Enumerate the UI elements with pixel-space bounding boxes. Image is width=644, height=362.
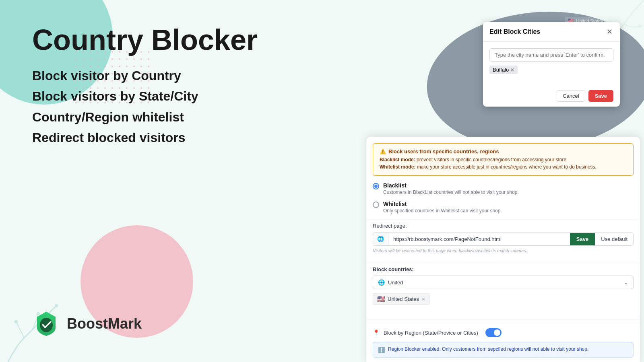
dialog-footer: Cancel Save xyxy=(483,85,620,107)
dialog-close-button[interactable]: ✕ xyxy=(605,28,613,36)
region-toggle-label: Block by Region (State/Provice or Cities… xyxy=(384,330,478,336)
globe-icon: 🌐 xyxy=(373,232,388,245)
boostmark-logo-icon xyxy=(32,310,60,338)
block-countries-section: Block countries: 🌐 United ⌄ 🇺🇸 United St… xyxy=(366,266,640,316)
pin-icon: 📍 xyxy=(373,329,380,336)
main-ui-panel: ⚠️ Block users from specific countries, … xyxy=(366,137,640,362)
blacklist-radio[interactable] xyxy=(373,183,379,189)
warning-whitelist-row: Whitelist mode: make your store accessib… xyxy=(380,163,627,171)
svg-point-2 xyxy=(55,304,58,307)
buffalo-tag: Buffalo ✕ xyxy=(489,66,518,74)
svg-point-5 xyxy=(40,318,53,332)
right-panel: 🇺🇸 United States × Block by Region (Stat… xyxy=(362,0,644,362)
warning-title: ⚠️ Block users from specific countries, … xyxy=(380,148,627,154)
info-banner: ℹ️ Region Blocker enabled. Only customer… xyxy=(373,342,634,358)
city-tags-row: Buffalo ✕ xyxy=(489,66,613,74)
dialog-title: Edit Block Cities xyxy=(489,28,540,35)
info-banner-text: Region Blocker enabled. Only customers f… xyxy=(388,346,588,352)
logo-area: BoostMark xyxy=(32,310,142,338)
redirect-save-button[interactable]: Save xyxy=(570,233,595,245)
feature-item-2: Block visitors by State/City xyxy=(32,86,294,107)
redirect-url-input[interactable] xyxy=(388,233,570,245)
block-countries-label: Block countries: xyxy=(373,266,634,272)
dialog-body: Buffalo ✕ xyxy=(483,42,620,85)
blacklist-option[interactable]: Blacklist Customers in BlackList countri… xyxy=(373,182,634,195)
us-flag-icon: 🇺🇸 xyxy=(377,295,385,303)
us-country-name: United States xyxy=(388,296,419,302)
warning-icon: ⚠️ xyxy=(380,148,386,154)
feature-item-4: Redirect blocked visitors xyxy=(32,128,294,148)
city-name-input[interactable] xyxy=(489,48,613,62)
blacklist-option-content: Blacklist Customers in BlackList countri… xyxy=(383,182,519,195)
dialog-header: Edit Block Cities ✕ xyxy=(483,22,620,42)
dialog-cancel-button[interactable]: Cancel xyxy=(557,90,585,102)
whitelist-radio[interactable] xyxy=(373,202,379,208)
redirect-hint: Visitors will be redirected to this page… xyxy=(373,248,634,253)
dialog-save-button[interactable]: Save xyxy=(588,90,613,102)
use-default-button[interactable]: Use default xyxy=(595,233,633,245)
blacklist-desc: Customers in BlackList countries will no… xyxy=(383,189,519,195)
us-country-tag: 🇺🇸 United States ✕ xyxy=(373,293,430,305)
whitelist-option-content: Whitelist Only specified countries in Wh… xyxy=(383,201,502,214)
region-toggle-section: 📍 Block by Region (State/Provice or Citi… xyxy=(366,323,640,342)
blocked-countries-tags: 🇺🇸 United States ✕ xyxy=(373,293,634,305)
warning-blacklist-row: Blacklist mode: prevent visitors in spec… xyxy=(380,156,627,163)
url-input-row: 🌐 Save Use default xyxy=(373,232,634,246)
whitelist-label: Whitelist xyxy=(383,201,502,207)
buffalo-tag-remove[interactable]: ✕ xyxy=(510,67,514,73)
edit-block-cities-dialog: Edit Block Cities ✕ Buffalo ✕ Cancel Sav… xyxy=(483,22,620,107)
info-icon: ℹ️ xyxy=(378,347,385,353)
search-globe-icon: 🌐 xyxy=(378,279,385,286)
us-tag-remove-button[interactable]: ✕ xyxy=(421,296,425,302)
country-search-value: United xyxy=(388,280,403,286)
redirect-section: Redirect page: 🌐 Save Use default Visito… xyxy=(366,223,640,259)
redirect-label: Redirect page: xyxy=(373,223,634,229)
feature-list: Block visitor by Country Block visitors … xyxy=(32,66,294,148)
divider-3 xyxy=(366,319,640,320)
left-panel: Country Blocker Block visitor by Country… xyxy=(32,24,294,164)
region-toggle-switch[interactable] xyxy=(485,328,502,337)
logo-text: BoostMark xyxy=(67,315,142,332)
divider-1 xyxy=(366,219,640,220)
dropdown-arrow-icon: ⌄ xyxy=(624,280,628,286)
feature-item-1: Block visitor by Country xyxy=(32,66,294,86)
svg-point-0 xyxy=(14,320,18,323)
country-search-dropdown[interactable]: 🌐 United ⌄ xyxy=(373,276,634,289)
whitelist-option[interactable]: Whitelist Only specified countries in Wh… xyxy=(373,201,634,214)
blacklist-label: Blacklist xyxy=(383,182,519,189)
warning-banner: ⚠️ Block users from specific countries, … xyxy=(373,143,634,176)
whitelist-desc: Only specified countries in Whitelist ca… xyxy=(383,208,502,214)
divider-2 xyxy=(366,263,640,263)
app-title: Country Blocker xyxy=(32,24,294,56)
radio-section: Blacklist Customers in BlackList countri… xyxy=(366,182,640,214)
feature-item-3: Country/Region whitelist xyxy=(32,107,294,128)
